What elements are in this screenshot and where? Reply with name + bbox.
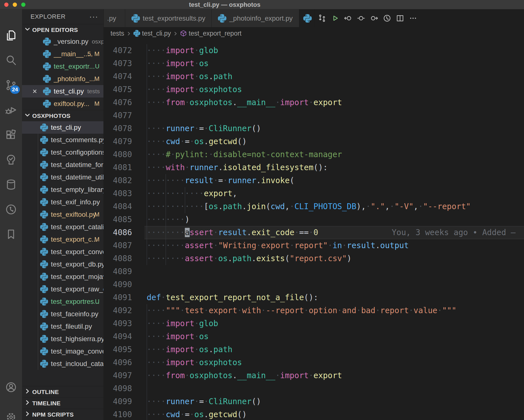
file-item-test_empty_library_...[interactable]: test_empty_library_... bbox=[22, 183, 103, 196]
file-item-test_exportr...[interactable]: test_exportr...U bbox=[22, 60, 103, 73]
file-item-test_highsierra.py[interactable]: test_highsierra.py bbox=[22, 333, 103, 345]
code-line-4097[interactable]: 4097····from·osxphotos.__main__·import·e… bbox=[104, 369, 524, 382]
next-change-icon[interactable] bbox=[369, 13, 379, 23]
file-item-test_configoptions....[interactable]: test_configoptions.... bbox=[22, 146, 103, 159]
code-line-4074[interactable]: 4074····import·os.path bbox=[104, 70, 524, 83]
settings-icon[interactable] bbox=[0, 406, 22, 420]
code-editor[interactable]: 4072····import·glob4073····import·os4074… bbox=[104, 40, 524, 420]
breadcrumb-item-test_cli.py[interactable]: test_cli.py bbox=[133, 30, 171, 37]
file-item-test_fileutil.py[interactable]: test_fileutil.py bbox=[22, 320, 103, 333]
file-item-exiftool.py...[interactable]: exiftool.py...M bbox=[22, 98, 103, 110]
file-item-test_faceinfo.py[interactable]: test_faceinfo.py bbox=[22, 308, 103, 320]
split-editor-icon[interactable] bbox=[395, 13, 405, 23]
code-line-4094[interactable]: 4094····import·os bbox=[104, 330, 524, 343]
code-line-4079[interactable]: 4079····cwd·=·os.getcwd() bbox=[104, 135, 524, 148]
project-section-header[interactable]: OSXPHOTOS bbox=[22, 110, 103, 121]
code-line-4087[interactable]: 4087········assert·"Writing·export·repor… bbox=[104, 239, 524, 252]
minimize-window-button[interactable] bbox=[13, 3, 17, 7]
file-item-test_cli.py[interactable]: test_cli.py bbox=[22, 121, 103, 134]
file-item-test_exif_info.py[interactable]: test_exif_info.py bbox=[22, 196, 103, 208]
line-number: 4072 bbox=[104, 44, 144, 57]
open-editors-section-header[interactable]: OPEN EDITORS bbox=[22, 24, 103, 35]
run-python-file-icon[interactable] bbox=[330, 13, 340, 23]
file-item-test_export_mojave...[interactable]: test_export_mojave... bbox=[22, 270, 103, 283]
tab-_photoinfo_export.py[interactable]: _photoinfo_export.py bbox=[212, 9, 299, 27]
code-line-4085[interactable]: 4085········) bbox=[104, 213, 524, 226]
code-line-4091[interactable]: 4091def·test_export_report_not_a_file(): bbox=[104, 291, 524, 304]
tab-test_exportresults.py[interactable]: test_exportresults.py bbox=[125, 9, 212, 27]
previous-change-icon[interactable] bbox=[343, 13, 353, 23]
code-line-4098[interactable]: 4098 bbox=[104, 382, 524, 395]
file-item-_photoinfo_...[interactable]: _photoinfo_...M bbox=[22, 73, 103, 85]
code-text: def·test_export_report_not_a_file(): bbox=[144, 291, 524, 304]
database-icon[interactable] bbox=[0, 174, 22, 196]
code-line-4089[interactable]: 4089 bbox=[104, 265, 524, 278]
file-item-_version.py[interactable]: _version.pyosxp... bbox=[22, 35, 103, 48]
file-item-test_export_db.py[interactable]: test_export_db.py bbox=[22, 258, 103, 270]
code-line-4096[interactable]: 4096····import·osxphotos bbox=[104, 356, 524, 369]
code-line-4072[interactable]: 4072····import·glob bbox=[104, 44, 524, 57]
python-file-icon bbox=[133, 30, 140, 37]
python-file-icon bbox=[40, 148, 48, 156]
code-line-4080[interactable]: 4080····#·pylint:·disable=not-context-ma… bbox=[104, 148, 524, 161]
bookmarks-icon[interactable] bbox=[0, 223, 22, 245]
file-label: test_datetime_form... bbox=[51, 161, 103, 169]
tab-test_cli.py-active[interactable] bbox=[299, 9, 315, 27]
indent-guide bbox=[147, 96, 147, 109]
close-window-button[interactable] bbox=[4, 3, 8, 7]
change-annotation-icon[interactable] bbox=[356, 13, 366, 23]
code-line-4099[interactable]: 4099····runner·=·CliRunner() bbox=[104, 395, 524, 408]
file-label: test_incloud_catali... bbox=[51, 360, 103, 368]
accounts-icon[interactable] bbox=[0, 376, 22, 398]
code-line-4075[interactable]: 4075····import·osxphotos bbox=[104, 83, 524, 96]
source-control-icon[interactable]: 24 bbox=[0, 74, 22, 96]
code-line-4082[interactable]: 4082········result·=·runner.invoke( bbox=[104, 174, 524, 187]
code-line-4084[interactable]: 4084············[os.path.join(cwd,·CLI_P… bbox=[104, 200, 524, 213]
extensions-icon[interactable] bbox=[0, 124, 22, 146]
code-line-4083[interactable]: 4083············export, bbox=[104, 187, 524, 200]
run-and-debug-icon[interactable] bbox=[0, 99, 22, 121]
code-line-4088[interactable]: 4088········assert·os.path.exists("repor… bbox=[104, 252, 524, 265]
more-actions-icon[interactable] bbox=[408, 13, 418, 23]
code-line-4095[interactable]: 4095····import·os.path bbox=[104, 343, 524, 356]
code-line-4092[interactable]: 4092····"""·test·export·with·--report·op… bbox=[104, 304, 524, 317]
zoom-window-button[interactable] bbox=[21, 3, 25, 7]
test-explorer-icon[interactable] bbox=[0, 149, 22, 171]
file-item-test_export_raw_ca...[interactable]: test_export_raw_ca... bbox=[22, 283, 103, 295]
file-item-test_incloud_catali...[interactable]: test_incloud_catali... bbox=[22, 358, 103, 370]
code-line-4090[interactable]: 4090 bbox=[104, 278, 524, 291]
file-item-test_comments.py[interactable]: test_comments.py bbox=[22, 134, 103, 146]
code-line-4081[interactable]: 4081····with·runner.isolated_filesystem(… bbox=[104, 161, 524, 174]
code-line-4093[interactable]: 4093····import·glob bbox=[104, 317, 524, 330]
explorer-icon[interactable] bbox=[0, 24, 22, 46]
code-line-4073[interactable]: 4073····import·os bbox=[104, 57, 524, 70]
sidebar-section-timeline[interactable]: TIMELINE bbox=[22, 397, 103, 409]
file-description: osxp... bbox=[92, 38, 103, 45]
explorer-more-actions-icon[interactable]: ··· bbox=[89, 15, 98, 18]
code-line-4078[interactable]: 4078····runner·=·CliRunner() bbox=[104, 122, 524, 135]
file-item-test_export_conver...[interactable]: test_export_conver... bbox=[22, 246, 103, 258]
code-line-4076[interactable]: 4076····from·osxphotos.__main__·import·e… bbox=[104, 96, 524, 109]
file-item-test_cli.py[interactable]: test_cli.pytests bbox=[22, 85, 103, 98]
code-line-4100[interactable]: 4100····cwd·=·os.getcwd() bbox=[104, 408, 524, 420]
breadcrumb-item-test_export_report[interactable]: test_export_report bbox=[180, 30, 242, 37]
sidebar-section-outline[interactable]: OUTLINE bbox=[22, 386, 103, 397]
gitlens-graph-icon[interactable] bbox=[382, 13, 392, 23]
file-item-test_export_c...[interactable]: test_export_c...M bbox=[22, 233, 103, 246]
file-item-__main__....[interactable]: __main__....5, M bbox=[22, 48, 103, 60]
sidebar-section-npm-scripts[interactable]: NPM SCRIPTS bbox=[22, 409, 103, 420]
close-icon[interactable] bbox=[32, 88, 38, 94]
file-item-test_exiftool.py[interactable]: test_exiftool.pyM bbox=[22, 208, 103, 221]
search-icon[interactable] bbox=[0, 49, 22, 71]
breadcrumb-item-tests[interactable]: tests bbox=[111, 30, 124, 37]
code-line-4077[interactable]: 4077 bbox=[104, 109, 524, 122]
file-item-test_exportres...[interactable]: test_exportres...U bbox=[22, 295, 103, 308]
file-item-test_image_convert...[interactable]: test_image_convert... bbox=[22, 345, 103, 358]
code-line-4086[interactable]: 4086········assert·result.exit_code·==·0… bbox=[104, 226, 524, 239]
file-item-test_export_catalin...[interactable]: test_export_catalin... bbox=[22, 221, 103, 233]
tab-.py[interactable]: .py bbox=[104, 9, 125, 27]
gitlens-icon[interactable] bbox=[0, 198, 22, 220]
file-item-test_datetime_utils....[interactable]: test_datetime_utils.... bbox=[22, 171, 103, 183]
file-item-test_datetime_form...[interactable]: test_datetime_form... bbox=[22, 159, 103, 171]
open-changes-icon[interactable] bbox=[317, 13, 327, 23]
